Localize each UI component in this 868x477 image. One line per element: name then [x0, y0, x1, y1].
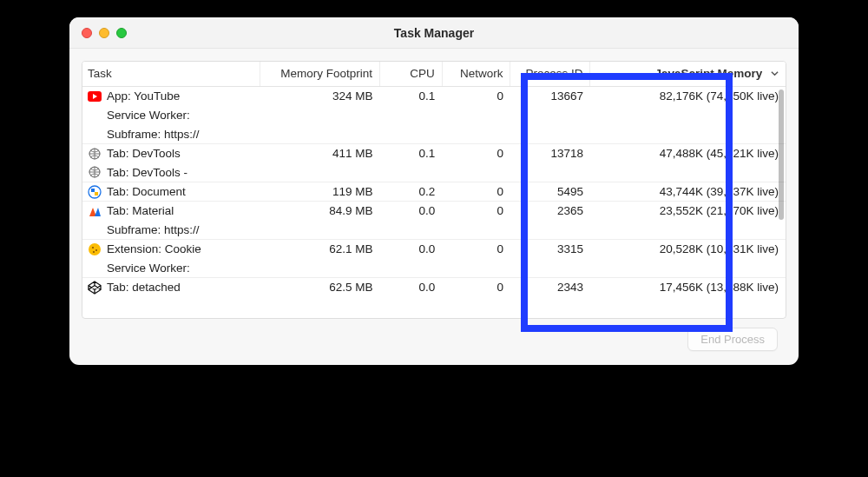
- table-row[interactable]: Tab: Document119 MB0.20549543,744K (39,1…: [82, 182, 786, 202]
- table-row[interactable]: Service Worker:: [82, 259, 786, 278]
- svg-rect-6: [91, 189, 95, 192]
- svg-rect-7: [95, 192, 98, 195]
- task-label: Tab: DevTools: [107, 147, 181, 160]
- task-manager-window: Task Manager Task Memory Footprint CPU N…: [69, 17, 799, 365]
- task-label: Service Worker:: [107, 109, 190, 122]
- cell-pid: 13667: [510, 87, 590, 106]
- table-header-row: Task Memory Footprint CPU Network Proces…: [82, 62, 786, 87]
- minimize-button[interactable]: [99, 28, 109, 38]
- col-cpu[interactable]: CPU: [380, 62, 443, 87]
- task-cell: App: YouTube: [88, 89, 255, 103]
- cell-network: 0: [442, 87, 510, 106]
- globe-icon: [88, 165, 102, 179]
- cell-jsmem: [590, 163, 786, 182]
- task-cell: Tab: DevTools: [88, 147, 255, 161]
- task-table: Task Memory Footprint CPU Network Proces…: [82, 62, 786, 297]
- window-title: Task Manager: [69, 26, 799, 40]
- cell-cpu: 0.0: [380, 202, 443, 221]
- cell-network: [442, 163, 510, 182]
- cell-network: [442, 106, 510, 125]
- cell-memory: 84.9 MB: [260, 202, 380, 221]
- col-js-memory[interactable]: JavaScript Memory: [590, 62, 786, 87]
- cell-memory: 119 MB: [260, 182, 380, 202]
- close-button[interactable]: [82, 28, 92, 38]
- task-cell: Tab: Material: [88, 204, 255, 218]
- cell-network: 0: [442, 202, 510, 221]
- cell-pid: 2365: [510, 202, 590, 221]
- task-cell: Subframe: https://: [88, 128, 255, 141]
- end-process-button[interactable]: End Process: [687, 328, 778, 351]
- cell-pid: 2343: [510, 278, 590, 297]
- task-cell: Tab: detached: [88, 281, 255, 295]
- cell-pid: [510, 125, 590, 144]
- task-cell: Tab: DevTools -: [88, 165, 255, 179]
- col-process-id[interactable]: Process ID: [510, 62, 590, 87]
- task-table-body: App: YouTube324 MB0.101366782,176K (74,4…: [82, 87, 786, 297]
- cell-cpu: 0.0: [380, 240, 443, 259]
- task-table-container: Task Memory Footprint CPU Network Proces…: [82, 61, 786, 319]
- col-memory[interactable]: Memory Footprint: [260, 62, 380, 87]
- cell-pid: 13718: [510, 144, 590, 163]
- cell-memory: 62.5 MB: [260, 278, 380, 297]
- youtube-icon: [88, 89, 102, 103]
- cell-cpu: [380, 163, 443, 182]
- task-label: Subframe: https://: [107, 223, 200, 236]
- table-row[interactable]: Tab: Material84.9 MB0.00236523,552K (21,…: [82, 202, 786, 221]
- cell-network: 0: [442, 182, 510, 202]
- task-cell: Service Worker:: [88, 262, 255, 275]
- cell-cpu: [380, 221, 443, 240]
- cell-jsmem: 82,176K (74,450K live): [590, 87, 786, 106]
- task-label: Extension: Cookie: [107, 242, 201, 255]
- cell-cpu: 0.1: [380, 144, 443, 163]
- cell-network: 0: [442, 144, 510, 163]
- table-row[interactable]: App: YouTube324 MB0.101366782,176K (74,4…: [82, 87, 786, 106]
- vertical-scrollbar[interactable]: [779, 89, 784, 220]
- cell-memory: [260, 106, 380, 125]
- task-label: Service Worker:: [107, 262, 190, 275]
- cell-pid: 3315: [510, 240, 590, 259]
- task-label: Tab: Material: [107, 204, 174, 217]
- content-area: Task Memory Footprint CPU Network Proces…: [69, 49, 799, 365]
- task-cell: Tab: Document: [88, 185, 255, 199]
- globe-icon: [88, 147, 102, 161]
- table-row[interactable]: Service Worker:: [82, 106, 786, 125]
- task-label: Subframe: https://: [107, 128, 200, 141]
- table-row[interactable]: Tab: detached62.5 MB0.00234317,456K (13,…: [82, 278, 786, 297]
- cell-network: [442, 125, 510, 144]
- cell-jsmem: [590, 259, 786, 278]
- zoom-button[interactable]: [116, 28, 127, 38]
- table-row[interactable]: Tab: DevTools -: [82, 163, 786, 182]
- cell-memory: [260, 221, 380, 240]
- task-label: Tab: DevTools -: [107, 166, 187, 179]
- cell-memory: [260, 163, 380, 182]
- table-row[interactable]: Tab: DevTools411 MB0.101371847,488K (45,…: [82, 144, 786, 163]
- table-row[interactable]: Subframe: https://: [82, 221, 786, 240]
- cell-pid: [510, 221, 590, 240]
- cell-jsmem: 20,528K (10,431K live): [590, 240, 786, 259]
- titlebar[interactable]: Task Manager: [69, 17, 799, 49]
- sort-desc-icon: [771, 67, 779, 80]
- col-network[interactable]: Network: [442, 62, 510, 87]
- svg-point-9: [89, 243, 101, 255]
- cell-jsmem: 43,744K (39,137K live): [590, 182, 786, 202]
- col-task[interactable]: Task: [82, 62, 260, 87]
- cell-network: 0: [442, 278, 510, 297]
- cell-cpu: [380, 106, 443, 125]
- cell-memory: 62.1 MB: [260, 240, 380, 259]
- cell-cpu: [380, 259, 443, 278]
- cell-jsmem: [590, 106, 786, 125]
- table-row[interactable]: Subframe: https://: [82, 125, 786, 144]
- cell-jsmem: 23,552K (21,870K live): [590, 202, 786, 221]
- devtools-icon: [88, 185, 102, 199]
- table-row[interactable]: Extension: Cookie62.1 MB0.00331520,528K …: [82, 240, 786, 259]
- svg-point-10: [92, 247, 94, 248]
- cell-jsmem: [590, 221, 786, 240]
- cookie-icon: [88, 242, 102, 256]
- cell-cpu: 0.1: [380, 87, 443, 106]
- cell-cpu: 0.0: [380, 278, 443, 297]
- task-label: Tab: Document: [107, 185, 186, 198]
- cell-network: [442, 259, 510, 278]
- material-icon: [88, 204, 102, 218]
- task-cell: Extension: Cookie: [88, 242, 255, 256]
- svg-point-12: [93, 251, 95, 253]
